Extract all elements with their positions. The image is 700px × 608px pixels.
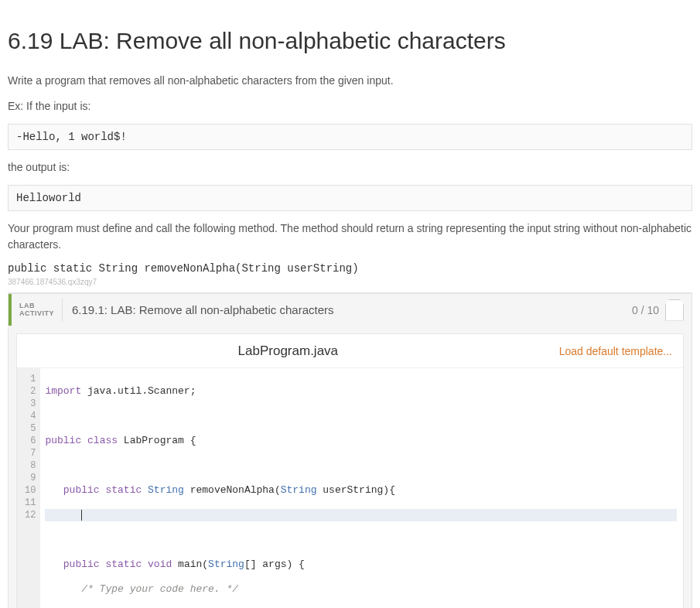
code-editor: LabProgram.java Load default template...… [16, 333, 684, 608]
code-area[interactable]: 123456789101112 import java.util.Scanner… [17, 368, 683, 608]
code-line[interactable] [45, 459, 677, 472]
method-signature: public static String removeNonAlpha(Stri… [8, 262, 692, 275]
score-badge-icon [665, 299, 684, 321]
content-id: 387466.1874536.qx3zqy7 [8, 278, 692, 286]
code-lines[interactable]: import java.util.Scanner; public class L… [40, 368, 683, 608]
activity-header: LAB ACTIVITY 6.19.1: LAB: Remove all non… [9, 294, 691, 326]
code-line[interactable]: public static void main(String[] args) { [45, 558, 677, 571]
example-label: Ex: If the input is: [8, 98, 692, 114]
page-title: 6.19 LAB: Remove all non-alphabetic char… [8, 28, 692, 54]
code-line[interactable]: import java.util.Scanner; [45, 385, 677, 398]
intro-text: Write a program that removes all non-alp… [8, 73, 692, 89]
activity-label: LAB ACTIVITY [16, 299, 63, 321]
text-caret [81, 510, 82, 521]
activity-title: 6.19.1: LAB: Remove all non-alphabetic c… [63, 299, 632, 321]
activity-label-line2: ACTIVITY [19, 310, 54, 318]
code-line[interactable]: /* Type your code here. */ [45, 583, 677, 596]
code-line[interactable] [45, 534, 677, 546]
load-template-link[interactable]: Load default template... [559, 345, 683, 357]
code-line[interactable]: public class LabProgram { [45, 435, 677, 447]
lab-activity-card: LAB ACTIVITY 6.19.1: LAB: Remove all non… [8, 292, 692, 608]
constraint-text: Your program must define and call the fo… [8, 220, 692, 253]
input-example: -Hello, 1 world$! [8, 124, 692, 150]
editor-tabbar: LabProgram.java Load default template... [17, 334, 683, 368]
output-label: the output is: [8, 159, 692, 176]
line-gutter: 123456789101112 [17, 368, 40, 608]
code-line[interactable]: public static String removeNonAlpha(Stri… [45, 484, 677, 497]
code-line-active[interactable] [45, 509, 677, 521]
code-line[interactable] [45, 410, 677, 422]
output-example: Helloworld [8, 185, 692, 211]
editor-filename: LabProgram.java [17, 343, 559, 359]
score-text: 0 / 10 [632, 304, 659, 316]
activity-score: 0 / 10 [632, 299, 684, 321]
